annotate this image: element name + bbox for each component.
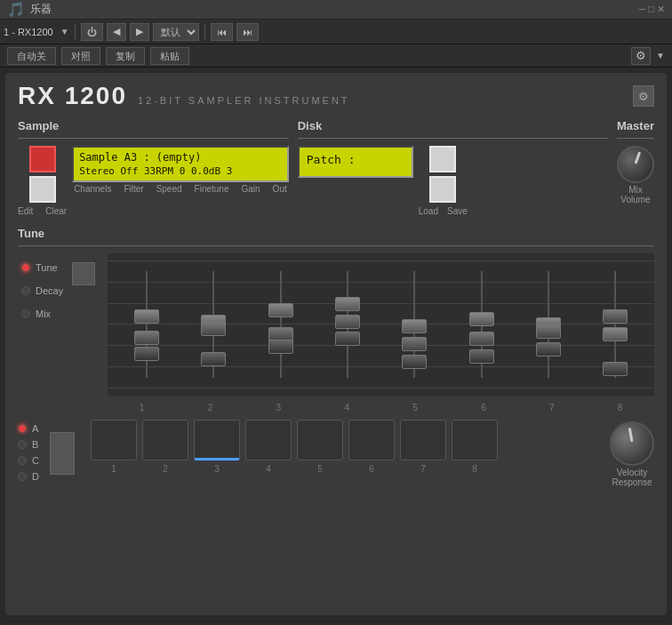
pad-num-7: 7 [420, 464, 426, 474]
slider-mix-8[interactable] [603, 362, 628, 376]
skip-fwd-button[interactable]: ⏭ [236, 23, 259, 41]
hline7 [108, 388, 654, 389]
slider-mix-2[interactable] [201, 352, 226, 366]
panel-settings-button[interactable]: ⚙ [633, 85, 654, 107]
pad-col-2: 2 [142, 420, 188, 474]
slider-tune-1[interactable] [134, 309, 159, 324]
pad-button-3[interactable] [194, 420, 240, 461]
instrument-panel: RX 1200 12-BIT SAMPLER INSTRUMENT ⚙ Samp… [5, 73, 667, 615]
slider-decay-8[interactable] [603, 309, 628, 324]
dropdown-arrow[interactable]: ▼ [60, 27, 69, 36]
back-button[interactable]: ◀ [107, 23, 126, 41]
rx-subtitle: 12-BIT SAMPLER INSTRUMENT [138, 95, 350, 106]
copy-button[interactable]: 复制 [106, 47, 145, 65]
tune-section: Tune Tune Decay Mix [18, 227, 654, 413]
slider-mix-3[interactable] [268, 340, 293, 354]
gear-button[interactable]: ⚙ [631, 47, 651, 65]
out-label: Out [273, 184, 287, 194]
slider-mix-7[interactable] [536, 342, 561, 357]
pad-button-6[interactable] [348, 420, 395, 461]
tune-row: Tune [21, 262, 63, 273]
slider-mix-4[interactable] [335, 332, 360, 346]
disk-section: Disk Patch : Load Save [298, 119, 608, 216]
tune-text: Tune [36, 262, 58, 273]
skip-back-button[interactable]: ⏮ [211, 23, 233, 41]
gear-dropdown[interactable]: ▼ [656, 51, 665, 60]
disk-label: Disk [298, 119, 608, 132]
pad-button-1[interactable] [91, 420, 137, 461]
slider-mix-1[interactable] [134, 347, 159, 361]
forward-button[interactable]: ▶ [130, 23, 149, 41]
slider-tune-4[interactable] [335, 297, 360, 311]
velocity-knob[interactable] [610, 421, 654, 466]
disk-save-button[interactable] [429, 176, 456, 203]
paste-button[interactable]: 粘贴 [150, 47, 189, 65]
slider-num-4: 4 [313, 403, 381, 413]
default-select[interactable]: 默认 [153, 23, 199, 41]
master-label: Master [617, 119, 654, 132]
slider-decay-7[interactable] [536, 325, 561, 339]
sample-lcd-line2: Stereo Off 33RPM 0 0.0dB 3 [79, 165, 282, 177]
slider-col-1 [113, 262, 180, 387]
slider-decay-1[interactable] [134, 331, 159, 345]
pad-col-4: 4 [245, 420, 292, 474]
slider-col-7 [515, 262, 581, 387]
slider-track-3 [280, 271, 282, 378]
pad-button-8[interactable] [452, 420, 498, 461]
slider-decay-5[interactable] [402, 337, 427, 351]
toolbar-row2: 自动关 对照 复制 粘贴 ⚙ ▼ [0, 44, 672, 68]
slider-num-2: 2 [176, 403, 244, 413]
gain-label: Gain [241, 184, 260, 194]
row-d-led [18, 472, 27, 481]
power-button[interactable]: ⏻ [81, 23, 103, 41]
sample-controls: Edit Clear Sample A3 : (empty) Stereo Of… [18, 146, 289, 216]
slider-tune-8[interactable] [603, 327, 628, 341]
slider-tune-5[interactable] [402, 319, 427, 333]
mix-volume-knob[interactable] [617, 146, 654, 183]
slider-decay-4[interactable] [335, 315, 360, 329]
rx-title: RX 1200 [18, 82, 127, 110]
auto-off-button[interactable]: 自动关 [7, 47, 56, 65]
title-bar-icon: 🎵 [7, 1, 25, 18]
disk-load-button[interactable] [429, 146, 456, 172]
panel-header: RX 1200 12-BIT SAMPLER INSTRUMENT ⚙ [18, 82, 654, 110]
compare-button[interactable]: 对照 [61, 47, 100, 65]
slider-tune-3[interactable] [268, 303, 293, 317]
pad-num-2: 2 [163, 464, 168, 474]
sample-lcd-line1: Sample A3 : (empty) [79, 151, 282, 164]
sample-clear-button[interactable] [29, 176, 56, 203]
slider-decay-6[interactable] [469, 332, 494, 346]
pad-button-7[interactable] [400, 420, 446, 461]
mix-row: Mix [21, 308, 63, 319]
slider-decay-2[interactable] [201, 322, 226, 336]
pad-num-4: 4 [266, 464, 271, 474]
decay-text: Decay [36, 285, 63, 296]
slider-mix-6[interactable] [469, 349, 494, 364]
tune-mode-button[interactable] [72, 262, 95, 285]
top-sections: Sample Edit Clear Sample A3 : (empty) St… [18, 119, 654, 216]
pad-button-4[interactable] [245, 420, 292, 461]
master-line [617, 138, 654, 139]
disk-line [298, 138, 608, 139]
row-d-group: D [18, 471, 39, 482]
row-b-label: B [32, 439, 38, 450]
pad-mode-button[interactable] [50, 432, 75, 475]
sample-edit-button[interactable] [29, 146, 56, 172]
slider-tune-6[interactable] [469, 312, 494, 326]
decay-row: Decay [21, 285, 63, 296]
slider-track-1 [146, 271, 148, 378]
pad-button-2[interactable] [142, 420, 188, 461]
slider-col-6 [448, 262, 515, 387]
slider-col-3 [247, 262, 314, 387]
sample-label: Sample [18, 119, 289, 132]
title-bar-title: 乐器 [30, 2, 52, 17]
load-label: Load [419, 206, 438, 216]
slider-num-6: 6 [449, 403, 517, 413]
velocity-label: VelocityResponse [612, 468, 652, 487]
pad-button-5[interactable] [297, 420, 343, 461]
sliders-area [108, 253, 654, 396]
row-b-led [18, 440, 27, 449]
pad-num-5: 5 [317, 464, 323, 474]
channels-label: Channels [74, 184, 111, 194]
slider-mix-5[interactable] [402, 355, 427, 369]
